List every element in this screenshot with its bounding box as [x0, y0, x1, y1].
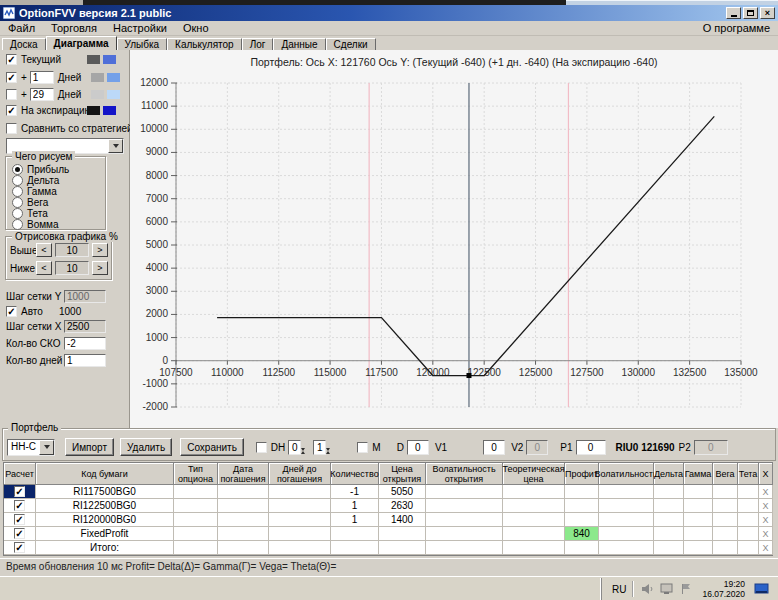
row-delete-button[interactable]: X [759, 499, 773, 513]
col-header-theor-price: Теоретическая цена [503, 463, 565, 485]
radio-gamma[interactable] [12, 186, 23, 197]
window-title: OptionFVV версия 2.1 public [19, 7, 171, 19]
portfolio-combobox[interactable]: НН-С [7, 439, 55, 456]
row-delete-button[interactable]: X [759, 527, 773, 541]
grid-step-x-input[interactable] [64, 320, 106, 333]
current-line-color-swatch-1[interactable] [87, 55, 100, 64]
dh-checkbox[interactable] [256, 442, 267, 453]
table-row[interactable]: RI120000BG0 1 1400 X [4, 513, 772, 527]
payoff-chart[interactable]: -2000-1000010002000300040005000600070008… [130, 70, 778, 426]
dh-spinner-2[interactable]: 1 [313, 440, 335, 455]
radio-delta[interactable] [12, 175, 23, 186]
col-header-calc: Расчет [4, 463, 36, 485]
tab-calculator[interactable]: Калькулятор [167, 38, 242, 50]
line-plus29-row: + Дней [6, 88, 120, 101]
monitor-blue-icon[interactable] [754, 582, 770, 596]
days-count-input[interactable] [64, 354, 106, 367]
expiry-line-checkbox[interactable] [6, 105, 17, 116]
d-input[interactable] [407, 440, 429, 455]
delete-button[interactable]: Удалить [120, 438, 172, 456]
speaker-icon[interactable] [641, 583, 654, 595]
plus29-days-input[interactable] [30, 88, 54, 101]
flag-icon[interactable] [680, 583, 693, 595]
menu-file[interactable]: Файл [0, 21, 43, 35]
maximize-button[interactable] [743, 7, 758, 19]
compare-strategy-row: Сравнить со стратегией [6, 123, 133, 134]
row-delete-button[interactable]: X [759, 485, 773, 499]
plus1-line-checkbox[interactable] [6, 72, 17, 83]
range-below-decrease-button[interactable]: < [36, 261, 52, 275]
p1-input[interactable] [576, 440, 606, 455]
expiry-line-color-swatch-1[interactable] [87, 106, 100, 115]
row-delete-button[interactable]: X [759, 513, 773, 527]
language-indicator[interactable]: RU [612, 584, 626, 595]
dh-spinner-1[interactable]: 0 [288, 440, 310, 455]
save-button[interactable]: Сохранить [180, 438, 244, 456]
spin-down-icon[interactable] [301, 448, 305, 462]
m-checkbox[interactable] [357, 442, 368, 453]
p2-input[interactable] [694, 440, 728, 455]
line-expiry-row: На экспирацию [6, 105, 116, 116]
tab-board[interactable]: Доска [2, 38, 46, 50]
tab-deals[interactable]: Сделки [326, 38, 376, 50]
table-row[interactable]: FixedProfit 840 X [4, 527, 772, 541]
row-calc-checkbox[interactable] [14, 486, 25, 497]
range-below-increase-button[interactable]: > [92, 261, 108, 275]
range-above-decrease-button[interactable]: < [36, 243, 52, 257]
plus29-line-checkbox[interactable] [6, 89, 17, 100]
plus29-line-color-swatch-2[interactable] [107, 90, 120, 99]
row-calc-checkbox[interactable] [14, 514, 25, 525]
range-above-increase-button[interactable]: > [92, 243, 108, 257]
svg-text:2000: 2000 [146, 308, 169, 319]
current-line-color-swatch-2[interactable] [103, 55, 116, 64]
tab-smile[interactable]: Улыбка [117, 38, 168, 50]
menu-bar: Файл Торговля Настройки Окно О программе [0, 21, 778, 36]
sko-input[interactable] [64, 337, 106, 350]
svg-text:127500: 127500 [570, 367, 604, 378]
expiry-line-color-swatch-2[interactable] [103, 106, 116, 115]
portfolio-combobox-drop-button[interactable] [39, 440, 54, 455]
plus1-line-color-swatch-2[interactable] [107, 73, 120, 82]
plus1-line-color-swatch-1[interactable] [91, 73, 104, 82]
tab-log[interactable]: Лог [242, 38, 274, 50]
plus29-line-color-swatch-1[interactable] [91, 90, 104, 99]
menu-trading[interactable]: Торговля [43, 21, 105, 35]
v2-input[interactable] [526, 440, 548, 455]
menu-settings[interactable]: Настройки [105, 21, 175, 35]
display-icon[interactable] [660, 583, 674, 595]
row-calc-checkbox[interactable] [14, 528, 25, 539]
svg-text:-2000: -2000 [142, 401, 168, 412]
render-range-group-title: Отрисовка графика % [12, 231, 121, 242]
spin-down-icon[interactable] [326, 448, 330, 462]
radio-vomma[interactable] [12, 219, 23, 230]
radio-vomma-label: Вомма [27, 219, 59, 230]
tab-data[interactable]: Данные [273, 38, 325, 50]
table-total-row[interactable]: Итого: X [4, 541, 772, 555]
table-row[interactable]: RI117500BG0 -1 5050 X [4, 485, 772, 499]
v1-input[interactable] [483, 440, 505, 455]
row-delete-button[interactable]: X [759, 541, 773, 555]
radio-profit[interactable] [12, 164, 23, 175]
chevron-down-icon [113, 144, 119, 148]
import-button[interactable]: Импорт [65, 438, 114, 456]
row-calc-checkbox[interactable] [14, 542, 25, 553]
menu-window[interactable]: Окно [175, 21, 217, 35]
minimize-button[interactable] [726, 7, 741, 19]
row-calc-checkbox[interactable] [14, 500, 25, 511]
tab-diagram[interactable]: Диаграмма [46, 36, 117, 50]
table-header-row: Расчет Код бумаги Тип опциона Дата погаш… [4, 463, 772, 485]
tray-separator [632, 581, 633, 597]
table-row[interactable]: RI122500BG0 1 2630 X [4, 499, 772, 513]
radio-vega[interactable] [12, 197, 23, 208]
strategy-combobox-drop-button[interactable] [108, 139, 123, 153]
current-line-checkbox[interactable] [6, 54, 17, 65]
grid-step-y-row: Шаг сетки Y [6, 290, 106, 303]
grid-step-y-input[interactable] [64, 290, 106, 303]
plus1-days-input[interactable] [30, 71, 54, 84]
svg-text:5000: 5000 [146, 239, 169, 250]
close-button[interactable]: × [760, 7, 775, 19]
menu-about[interactable]: О программе [695, 21, 778, 35]
compare-strategy-checkbox[interactable] [6, 123, 17, 134]
radio-theta[interactable] [12, 208, 23, 219]
auto-checkbox[interactable] [6, 306, 17, 317]
